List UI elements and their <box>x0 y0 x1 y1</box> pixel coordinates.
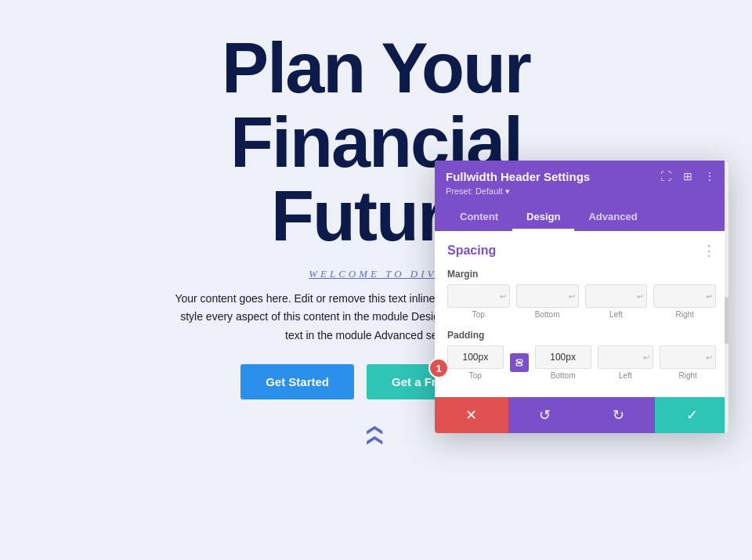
panel-header: Fullwidth Header Settings ⛶ ⊞ ⋮ Preset: … <box>435 161 728 231</box>
margin-left-link-icon: ↩ <box>637 292 643 301</box>
margin-left-group: ↩ Left <box>585 284 648 319</box>
margin-bottom-caption: Bottom <box>535 310 560 319</box>
save-button[interactable]: ✓ <box>655 397 728 433</box>
padding-top-group: 100px Top <box>447 345 504 380</box>
section-header: Spacing ⋮ <box>447 242 716 259</box>
notification-badge: 1 <box>428 358 449 378</box>
margin-bottom-group: ↩ Bottom <box>516 284 579 319</box>
margin-left-caption: Left <box>609 310 623 319</box>
tab-design[interactable]: Design <box>512 204 574 231</box>
padding-right-caption: Right <box>678 371 696 380</box>
margin-label: Margin <box>447 269 716 280</box>
padding-left-input[interactable]: ↩ <box>598 345 654 369</box>
margin-left-input[interactable]: ↩ <box>585 284 648 308</box>
panel-title: Fullwidth Header Settings <box>446 170 590 183</box>
reset-button[interactable]: ↺ <box>508 397 582 433</box>
padding-bottom-caption: Bottom <box>551 371 576 380</box>
padding-top-input[interactable]: 100px <box>447 345 504 369</box>
panel-icons: ⛶ ⊞ ⋮ <box>658 170 718 183</box>
section-title: Spacing <box>447 244 496 258</box>
padding-right-group: ↩ Right <box>660 345 716 380</box>
padding-left-group: ↩ Left <box>598 345 654 380</box>
padding-right-link-icon: ↩ <box>706 353 712 362</box>
panel-footer: ✕ ↺ ↻ ✓ <box>435 397 728 433</box>
padding-bottom-group: 100px Bottom <box>535 345 591 380</box>
more-icon[interactable]: ⋮ <box>702 170 718 183</box>
padding-bottom-input[interactable]: 100px <box>535 345 591 369</box>
cancel-button[interactable]: ✕ <box>435 397 508 433</box>
margin-right-caption: Right <box>675 310 693 319</box>
tab-content[interactable]: Content <box>446 204 512 231</box>
padding-left-link-icon: ↩ <box>643 353 649 362</box>
margin-top-input[interactable]: ↩ <box>447 284 510 308</box>
svg-point-1 <box>521 363 522 365</box>
section-more-icon[interactable]: ⋮ <box>702 242 716 259</box>
margin-bottom-link-icon: ↩ <box>569 292 575 301</box>
panel-title-row: Fullwidth Header Settings ⛶ ⊞ ⋮ <box>446 170 718 183</box>
svg-point-0 <box>516 360 518 362</box>
margin-right-group: ↩ Right <box>653 284 716 319</box>
scrollbar-thumb[interactable] <box>725 297 728 344</box>
margin-bottom-input[interactable]: ↩ <box>516 284 579 308</box>
padding-top-caption: Top <box>469 371 482 380</box>
margin-right-input[interactable]: ↩ <box>653 284 716 308</box>
fullscreen-icon[interactable]: ⛶ <box>658 171 674 183</box>
tab-advanced[interactable]: Advanced <box>574 204 651 231</box>
margin-top-group: ↩ Top <box>447 284 510 319</box>
panel-tabs: Content Design Advanced <box>446 204 718 231</box>
grid-icon[interactable]: ⊞ <box>680 170 696 183</box>
redo-button[interactable]: ↻ <box>582 397 656 433</box>
padding-right-input[interactable]: ↩ <box>660 345 716 369</box>
welcome-text: Welcome to Divi <box>309 268 443 280</box>
margin-right-link-icon: ↩ <box>706 292 712 301</box>
settings-panel: Fullwidth Header Settings ⛶ ⊞ ⋮ Preset: … <box>435 161 728 433</box>
padding-left-caption: Left <box>619 371 632 380</box>
margin-inputs: ↩ Top ↩ Bottom ↩ Left <box>447 284 716 319</box>
padding-inputs: 100px Top 100px Bottom <box>447 345 716 380</box>
margin-section: Margin ↩ Top ↩ Bottom <box>447 269 716 319</box>
scroll-chevron[interactable]: ❮❮ <box>366 423 386 443</box>
scrollbar-track <box>725 161 728 433</box>
padding-label: Padding <box>447 330 716 341</box>
margin-top-link-icon: ↩ <box>500 292 506 301</box>
get-started-button[interactable]: Get Started <box>240 364 354 399</box>
panel-body: Spacing ⋮ Margin ↩ Top ↩ <box>435 231 728 397</box>
link-toggle-button[interactable] <box>510 353 529 372</box>
panel-preset[interactable]: Preset: Default ▾ <box>446 186 718 197</box>
margin-top-caption: Top <box>472 310 485 319</box>
padding-section: Padding 100px Top 10 <box>447 330 716 380</box>
